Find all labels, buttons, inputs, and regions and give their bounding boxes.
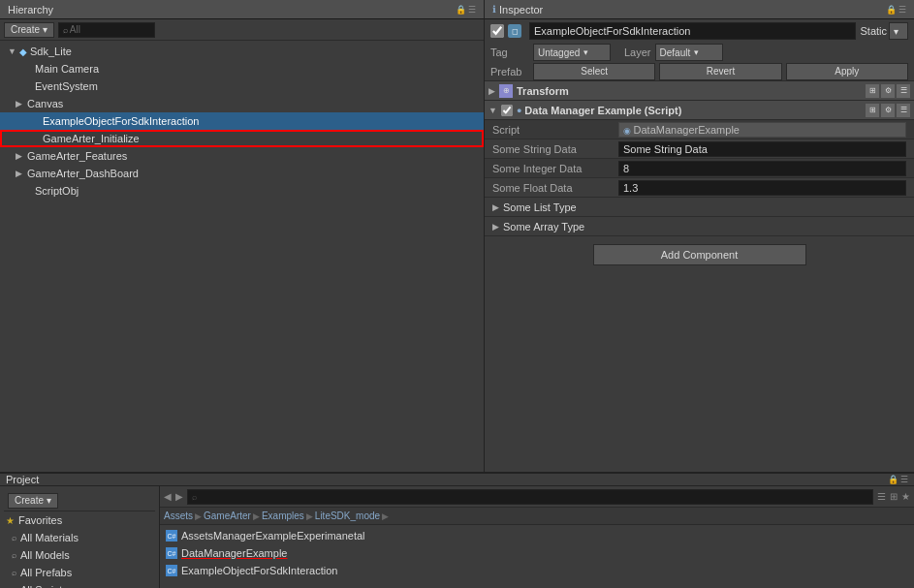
gamearter-features-label: GameArter_Features: [27, 150, 127, 162]
transform-copy-icon[interactable]: ⊞: [866, 84, 879, 98]
gamearter-init-label: GameArter_Initialize: [43, 133, 140, 144]
string-data-input[interactable]: [618, 141, 906, 157]
add-component-button[interactable]: Add Component: [593, 244, 806, 265]
hierarchy-lock-icon[interactable]: 🔒: [456, 5, 466, 15]
tag-label: Tag: [490, 46, 529, 58]
project-lock-icon[interactable]: 🔒: [888, 475, 898, 484]
fav-prefabs-label: All Prefabs: [20, 567, 72, 578]
tree-item-root[interactable]: ▼ ◆ Sdk_Lite: [0, 43, 484, 60]
inspector-menu-icon[interactable]: ☰: [898, 5, 906, 15]
script-enabled-checkbox[interactable]: [501, 105, 513, 116]
fav-materials-search-icon: ⌕: [12, 533, 16, 542]
breadcrumb-arrow-4: ▶: [382, 511, 389, 521]
inspector-tab-label: Inspector: [499, 4, 543, 15]
file-item-data-manager[interactable]: C# DataManagerExample: [164, 544, 910, 562]
breadcrumb-assets[interactable]: Assets: [164, 511, 193, 521]
transform-arrow-icon: ▶: [489, 86, 495, 96]
transform-settings-icon[interactable]: ⚙: [881, 84, 895, 98]
project-create-button[interactable]: Create ▾: [8, 493, 58, 509]
revert-button[interactable]: Revert: [659, 63, 781, 80]
project-right-toolbar: ◀ ▶ ⌕ ☰ ⊞ ★: [160, 486, 914, 508]
fav-models-search-icon: ⌕: [12, 550, 16, 560]
transform-title: Transform: [517, 85, 866, 97]
file-item-example-object[interactable]: C# ExampleObjectForSdkInteraction: [164, 562, 910, 579]
script-copy-icon[interactable]: ⊞: [866, 104, 879, 117]
hierarchy-menu-icon[interactable]: ☰: [468, 5, 476, 15]
file-list: C# AssetsManagerExampleExperimanetal C# …: [160, 525, 914, 588]
transform-menu-icon[interactable]: ☰: [897, 84, 910, 98]
hierarchy-search-box[interactable]: ⌕ All: [58, 22, 155, 38]
file-icon-1: C#: [166, 530, 177, 542]
array-type-row[interactable]: ▶ Some Array Type: [485, 217, 914, 236]
tree-item-gamearter-dashboard[interactable]: ▶ GameArter_DashBoard: [0, 165, 484, 182]
script-field-row: Script ◉ DataManagerExample: [485, 120, 914, 139]
event-system-label: EventSystem: [35, 80, 98, 92]
layer-dropdown-button[interactable]: Default ▾: [655, 44, 723, 61]
inspector-lock-icon[interactable]: 🔒: [886, 5, 897, 15]
file-label-3: ExampleObjectForSdkInteraction: [181, 565, 337, 576]
tree-item-event-system[interactable]: EventSystem: [0, 77, 484, 95]
root-label: Sdk_Lite: [30, 46, 72, 57]
breadcrumb-examples[interactable]: Examples: [262, 511, 304, 521]
features-arrow: ▶: [16, 151, 27, 161]
tree-item-example-object[interactable]: ExampleObjectForSdkInteraction: [0, 112, 484, 130]
file-item-assets-manager[interactable]: C# AssetsManagerExampleExperimanetal: [164, 527, 910, 544]
search-icon: ⌕: [63, 25, 68, 35]
tree-item-main-camera[interactable]: Main Camera: [0, 60, 484, 77]
breadcrumb-arrow-3: ▶: [306, 511, 313, 521]
script-arrow-icon: ▼: [489, 106, 497, 115]
hierarchy-create-button[interactable]: Create ▾: [4, 22, 54, 38]
script-icon: ●: [517, 106, 521, 115]
float-data-input[interactable]: [618, 180, 906, 196]
fav-models-item[interactable]: ⌕ All Models: [4, 546, 155, 564]
transform-section-header[interactable]: ▶ ⊕ Transform ⊞ ⚙ ☰: [485, 81, 914, 101]
project-menu-icon[interactable]: ☰: [900, 475, 908, 484]
canvas-arrow: ▶: [16, 99, 27, 108]
object-enabled-checkbox[interactable]: [490, 24, 504, 38]
object-header: ◻ Static ▾: [485, 19, 914, 43]
gamearter-dashboard-label: GameArter_DashBoard: [27, 168, 139, 179]
tree-item-gamearter-features[interactable]: ▶ GameArter_Features: [0, 147, 484, 165]
object-name-input[interactable]: [529, 22, 856, 40]
string-data-label: Some String Data: [492, 143, 618, 155]
project-search-box[interactable]: ⌕: [187, 489, 873, 505]
script-section: ▼ ● Data Manager Example (Script) ⊞ ⚙ ☰ …: [485, 101, 914, 236]
tag-dropdown-button[interactable]: Untagged ▾: [533, 44, 611, 61]
integer-data-input[interactable]: [618, 161, 906, 176]
project-right-panel: ◀ ▶ ⌕ ☰ ⊞ ★ Assets ▶ GameArter ▶ Example…: [160, 486, 914, 588]
tree-item-gamearter-init[interactable]: GameArter_Initialize: [0, 130, 484, 147]
list-type-row[interactable]: ▶ Some List Type: [485, 198, 914, 217]
list-type-arrow-icon: ▶: [492, 202, 499, 212]
fav-scripts-item[interactable]: ⌕ All Scripts: [4, 581, 155, 588]
script-section-title: Data Manager Example (Script): [524, 105, 866, 116]
layer-value: Default: [660, 47, 691, 58]
project-star-icon[interactable]: ★: [901, 491, 910, 502]
bottom-area: Project 🔒 ☰ Create ▾ ★ Favorites ⌕ All M…: [0, 472, 914, 588]
script-value[interactable]: ◉ DataManagerExample: [618, 122, 906, 138]
project-forward-icon[interactable]: ▶: [175, 491, 183, 502]
hierarchy-tab: Hierarchy 🔒 ☰: [0, 0, 484, 19]
apply-button[interactable]: Apply: [786, 63, 908, 80]
add-component-row: Add Component: [485, 236, 914, 273]
layer-label: Layer: [624, 46, 651, 58]
script-settings-icon[interactable]: ⚙: [881, 104, 895, 117]
project-view1-icon[interactable]: ☰: [877, 491, 886, 502]
select-button[interactable]: Select: [533, 63, 655, 80]
project-content: Create ▾ ★ Favorites ⌕ All Materials ⌕ A…: [0, 486, 914, 588]
main-camera-label: Main Camera: [35, 63, 99, 75]
favorites-star-icon: ★: [6, 515, 15, 526]
fav-prefabs-item[interactable]: ⌕ All Prefabs: [4, 564, 155, 581]
breadcrumb-gamearter[interactable]: GameArter: [204, 511, 251, 521]
tag-value: Untagged: [538, 47, 580, 58]
script-menu-icon[interactable]: ☰: [897, 104, 910, 117]
tree-item-scriptobj[interactable]: ScriptObj: [0, 182, 484, 200]
example-object-label: ExampleObjectForSdkInteraction: [43, 115, 199, 127]
tree-item-canvas[interactable]: ▶ Canvas: [0, 95, 484, 112]
project-view2-icon[interactable]: ⊞: [890, 491, 898, 502]
fav-materials-item[interactable]: ⌕ All Materials: [4, 529, 155, 546]
breadcrumb-litesdk[interactable]: LiteSDK_mode: [315, 511, 380, 521]
script-section-header[interactable]: ▼ ● Data Manager Example (Script) ⊞ ⚙ ☰: [485, 101, 914, 120]
static-dropdown-button[interactable]: ▾: [889, 22, 908, 40]
prefab-label: Prefab: [490, 66, 529, 77]
project-back-icon[interactable]: ◀: [164, 491, 172, 502]
